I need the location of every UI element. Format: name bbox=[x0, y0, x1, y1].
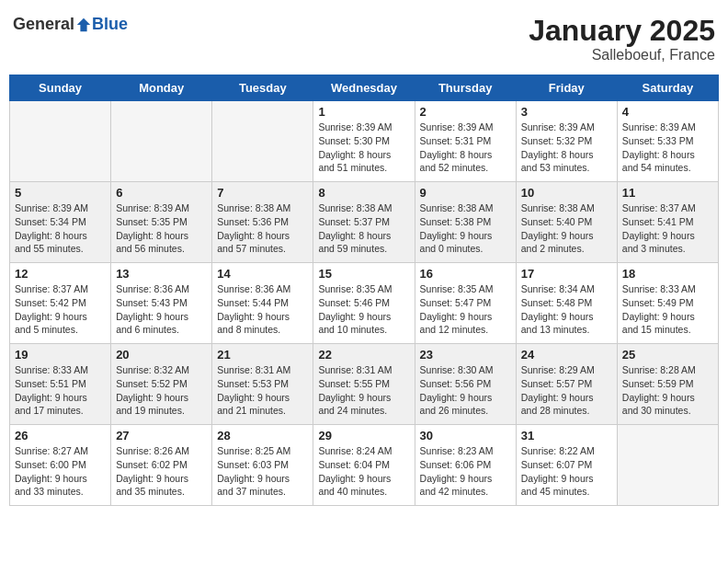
calendar-cell: 27Sunrise: 8:26 AM Sunset: 6:02 PM Dayli… bbox=[111, 425, 212, 506]
day-number: 16 bbox=[420, 267, 511, 281]
day-info: Sunrise: 8:35 AM Sunset: 5:47 PM Dayligh… bbox=[420, 282, 511, 337]
calendar-cell: 13Sunrise: 8:36 AM Sunset: 5:43 PM Dayli… bbox=[111, 263, 212, 344]
day-number: 5 bbox=[15, 186, 106, 200]
calendar-cell: 8Sunrise: 8:38 AM Sunset: 5:37 PM Daylig… bbox=[313, 182, 415, 263]
calendar-cell: 10Sunrise: 8:38 AM Sunset: 5:40 PM Dayli… bbox=[516, 182, 617, 263]
day-number: 18 bbox=[622, 267, 713, 281]
day-number: 25 bbox=[622, 348, 713, 362]
calendar-cell: 2Sunrise: 8:39 AM Sunset: 5:31 PM Daylig… bbox=[415, 101, 516, 182]
weekday-header-sunday: Sunday bbox=[10, 75, 111, 101]
weekday-header-row: SundayMondayTuesdayWednesdayThursdayFrid… bbox=[10, 75, 719, 101]
day-number: 12 bbox=[15, 267, 106, 281]
day-info: Sunrise: 8:34 AM Sunset: 5:48 PM Dayligh… bbox=[521, 282, 612, 337]
day-info: Sunrise: 8:33 AM Sunset: 5:49 PM Dayligh… bbox=[622, 282, 713, 337]
calendar-cell: 5Sunrise: 8:39 AM Sunset: 5:34 PM Daylig… bbox=[10, 182, 111, 263]
weekday-header-wednesday: Wednesday bbox=[313, 75, 415, 101]
day-number: 13 bbox=[116, 267, 207, 281]
day-info: Sunrise: 8:38 AM Sunset: 5:38 PM Dayligh… bbox=[420, 201, 511, 256]
week-row-3: 19Sunrise: 8:33 AM Sunset: 5:51 PM Dayli… bbox=[10, 344, 719, 425]
day-number: 11 bbox=[622, 186, 713, 200]
day-info: Sunrise: 8:22 AM Sunset: 6:07 PM Dayligh… bbox=[521, 444, 612, 499]
day-number: 14 bbox=[217, 267, 308, 281]
calendar-cell bbox=[10, 101, 111, 182]
calendar-cell: 15Sunrise: 8:35 AM Sunset: 5:46 PM Dayli… bbox=[313, 263, 415, 344]
day-info: Sunrise: 8:35 AM Sunset: 5:46 PM Dayligh… bbox=[318, 282, 409, 337]
day-number: 7 bbox=[217, 186, 308, 200]
day-number: 17 bbox=[521, 267, 612, 281]
month-title: January 2025 bbox=[529, 15, 715, 47]
logo: General Blue bbox=[13, 15, 128, 34]
day-number: 24 bbox=[521, 348, 612, 362]
day-info: Sunrise: 8:31 AM Sunset: 5:55 PM Dayligh… bbox=[318, 363, 409, 418]
weekday-header-tuesday: Tuesday bbox=[212, 75, 313, 101]
day-number: 28 bbox=[217, 429, 308, 442]
day-number: 19 bbox=[15, 348, 106, 362]
page-header: General Blue January 2025 Salleboeuf, Fr… bbox=[9, 9, 719, 69]
day-number: 22 bbox=[318, 348, 409, 362]
day-number: 2 bbox=[420, 105, 511, 119]
weekday-header-saturday: Saturday bbox=[617, 75, 718, 101]
calendar-cell: 3Sunrise: 8:39 AM Sunset: 5:32 PM Daylig… bbox=[516, 101, 617, 182]
day-number: 23 bbox=[420, 348, 511, 362]
calendar-cell: 29Sunrise: 8:24 AM Sunset: 6:04 PM Dayli… bbox=[313, 425, 415, 506]
day-info: Sunrise: 8:39 AM Sunset: 5:35 PM Dayligh… bbox=[116, 201, 207, 256]
calendar-cell: 20Sunrise: 8:32 AM Sunset: 5:52 PM Dayli… bbox=[111, 344, 212, 425]
day-info: Sunrise: 8:27 AM Sunset: 6:00 PM Dayligh… bbox=[15, 444, 106, 499]
weekday-header-thursday: Thursday bbox=[415, 75, 516, 101]
calendar-cell: 9Sunrise: 8:38 AM Sunset: 5:38 PM Daylig… bbox=[415, 182, 516, 263]
calendar-cell: 28Sunrise: 8:25 AM Sunset: 6:03 PM Dayli… bbox=[212, 425, 313, 506]
logo-blue: Blue bbox=[92, 15, 128, 34]
day-info: Sunrise: 8:36 AM Sunset: 5:44 PM Dayligh… bbox=[217, 282, 308, 337]
weekday-header-monday: Monday bbox=[111, 75, 212, 101]
day-info: Sunrise: 8:29 AM Sunset: 5:57 PM Dayligh… bbox=[521, 363, 612, 418]
day-info: Sunrise: 8:39 AM Sunset: 5:34 PM Dayligh… bbox=[15, 201, 106, 256]
day-info: Sunrise: 8:26 AM Sunset: 6:02 PM Dayligh… bbox=[116, 444, 207, 499]
calendar-cell: 11Sunrise: 8:37 AM Sunset: 5:41 PM Dayli… bbox=[617, 182, 718, 263]
logo-icon bbox=[75, 17, 92, 33]
day-number: 21 bbox=[217, 348, 308, 362]
day-number: 27 bbox=[116, 429, 207, 442]
day-info: Sunrise: 8:23 AM Sunset: 6:06 PM Dayligh… bbox=[420, 444, 511, 499]
calendar-cell: 12Sunrise: 8:37 AM Sunset: 5:42 PM Dayli… bbox=[10, 263, 111, 344]
day-number: 29 bbox=[318, 429, 409, 442]
calendar-cell: 21Sunrise: 8:31 AM Sunset: 5:53 PM Dayli… bbox=[212, 344, 313, 425]
week-row-4: 26Sunrise: 8:27 AM Sunset: 6:00 PM Dayli… bbox=[10, 425, 719, 506]
day-number: 26 bbox=[15, 429, 106, 442]
calendar-cell bbox=[111, 101, 212, 182]
day-number: 20 bbox=[116, 348, 207, 362]
day-number: 30 bbox=[420, 429, 511, 442]
calendar-cell bbox=[212, 101, 313, 182]
day-number: 6 bbox=[116, 186, 207, 200]
calendar-cell: 24Sunrise: 8:29 AM Sunset: 5:57 PM Dayli… bbox=[516, 344, 617, 425]
day-number: 9 bbox=[420, 186, 511, 200]
day-info: Sunrise: 8:39 AM Sunset: 5:30 PM Dayligh… bbox=[318, 121, 409, 175]
calendar-cell: 7Sunrise: 8:38 AM Sunset: 5:36 PM Daylig… bbox=[212, 182, 313, 263]
calendar-table: SundayMondayTuesdayWednesdayThursdayFrid… bbox=[9, 75, 719, 506]
location-title: Salleboeuf, France bbox=[529, 47, 715, 63]
day-number: 10 bbox=[521, 186, 612, 200]
svg-marker-0 bbox=[77, 17, 90, 30]
day-number: 4 bbox=[622, 105, 713, 119]
calendar-cell: 17Sunrise: 8:34 AM Sunset: 5:48 PM Dayli… bbox=[516, 263, 617, 344]
day-info: Sunrise: 8:28 AM Sunset: 5:59 PM Dayligh… bbox=[622, 363, 713, 418]
day-info: Sunrise: 8:38 AM Sunset: 5:37 PM Dayligh… bbox=[318, 201, 409, 256]
calendar-cell bbox=[617, 425, 718, 506]
calendar-cell: 23Sunrise: 8:30 AM Sunset: 5:56 PM Dayli… bbox=[415, 344, 516, 425]
calendar-cell: 22Sunrise: 8:31 AM Sunset: 5:55 PM Dayli… bbox=[313, 344, 415, 425]
calendar-cell: 16Sunrise: 8:35 AM Sunset: 5:47 PM Dayli… bbox=[415, 263, 516, 344]
day-info: Sunrise: 8:38 AM Sunset: 5:40 PM Dayligh… bbox=[521, 201, 612, 256]
day-info: Sunrise: 8:38 AM Sunset: 5:36 PM Dayligh… bbox=[217, 201, 308, 256]
calendar-cell: 6Sunrise: 8:39 AM Sunset: 5:35 PM Daylig… bbox=[111, 182, 212, 263]
day-info: Sunrise: 8:39 AM Sunset: 5:31 PM Dayligh… bbox=[420, 121, 511, 175]
day-info: Sunrise: 8:39 AM Sunset: 5:32 PM Dayligh… bbox=[521, 121, 612, 175]
day-info: Sunrise: 8:25 AM Sunset: 6:03 PM Dayligh… bbox=[217, 444, 308, 499]
day-info: Sunrise: 8:30 AM Sunset: 5:56 PM Dayligh… bbox=[420, 363, 511, 418]
weekday-header-friday: Friday bbox=[516, 75, 617, 101]
day-number: 1 bbox=[318, 105, 409, 119]
calendar-cell: 1Sunrise: 8:39 AM Sunset: 5:30 PM Daylig… bbox=[313, 101, 415, 182]
calendar-body: 1Sunrise: 8:39 AM Sunset: 5:30 PM Daylig… bbox=[10, 101, 719, 506]
calendar-cell: 14Sunrise: 8:36 AM Sunset: 5:44 PM Dayli… bbox=[212, 263, 313, 344]
day-info: Sunrise: 8:31 AM Sunset: 5:53 PM Dayligh… bbox=[217, 363, 308, 418]
day-info: Sunrise: 8:37 AM Sunset: 5:42 PM Dayligh… bbox=[15, 282, 106, 337]
day-info: Sunrise: 8:39 AM Sunset: 5:33 PM Dayligh… bbox=[622, 121, 713, 175]
